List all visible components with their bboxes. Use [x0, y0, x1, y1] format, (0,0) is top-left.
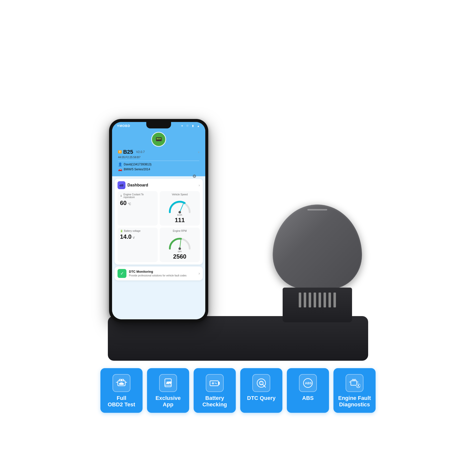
app-icon: APP	[162, 377, 174, 389]
svg-rect-26	[352, 379, 354, 381]
device-icon-circle: 📟	[151, 132, 166, 147]
speed-label: Vehicle Speed	[172, 193, 188, 196]
dtc-query-icon	[256, 377, 267, 389]
rpm-label: Engine RPM	[173, 230, 187, 232]
phone-wrapper: YMOBD ∗ ☉ ▮ ▲ 📟	[109, 119, 208, 322]
rpm-svg	[166, 233, 193, 251]
dtc-description: Provide professional solutions for vehic…	[129, 274, 196, 277]
dtc-card[interactable]: ✓ DTC Monitoring Provide professional so…	[115, 267, 203, 280]
obd-pin	[328, 293, 331, 307]
obd-icon: ▮	[191, 124, 195, 128]
speed-unit-label: km/h	[177, 212, 182, 217]
svg-line-2	[180, 239, 181, 249]
device-version: V2.0.7	[136, 150, 145, 154]
abs-icon: ABS	[302, 377, 314, 389]
svg-text:APP: APP	[166, 382, 172, 384]
dtc-check-icon: ✓	[118, 269, 126, 278]
speed-value-row: 111	[175, 217, 185, 224]
obd2-icon-box: OBD	[113, 374, 130, 392]
user-row[interactable]: 👤 David(13417393813)	[118, 162, 199, 166]
coolant-label: 🌡 Engine Coolant Te mperature	[120, 193, 155, 199]
coolant-value: 60	[120, 200, 127, 206]
device-card: 📟 ⚙ Y B25 V2.0.7 › 44:05:F2:25:58:B7	[112, 129, 205, 176]
obd-pin	[299, 293, 301, 307]
feature-dtc-btn[interactable]: DTC Query	[240, 368, 282, 413]
speed-gauge: Vehicle Speed	[160, 191, 200, 226]
obd-device	[273, 205, 362, 322]
feature-abs-btn[interactable]: ABS ABS	[287, 368, 329, 413]
rpm-value: 2560	[173, 253, 186, 260]
obd-device-body	[273, 205, 362, 289]
dashboard-header: 🏎 Dashboard ›	[118, 181, 200, 189]
coolant-value-row: 60 °C	[120, 200, 155, 207]
speedometer-icon: 🏎	[119, 183, 123, 187]
status-icons: ∗ ☉ ▮ ▲	[180, 124, 200, 128]
coolant-unit: °C	[128, 202, 131, 206]
device-icon: 📟	[155, 136, 162, 143]
user-icon: 👤	[118, 162, 122, 166]
settings-icon[interactable]: ⚙	[192, 174, 196, 179]
app-label: ExclusiveApp	[155, 395, 181, 408]
dashboard-title: Dashboard	[127, 183, 148, 187]
svg-rect-5	[119, 379, 121, 381]
obd-pin	[309, 293, 311, 307]
main-container: YMOBD ∗ ☉ ▮ ▲ 📟	[0, 0, 476, 476]
obd-pin	[324, 293, 326, 307]
car-status-icon: ▲	[196, 124, 200, 128]
speed-unit: km/h	[177, 214, 182, 216]
car-name: BMW/5 Series/2014	[124, 168, 150, 171]
speedometer-svg	[166, 197, 193, 214]
obd2-label: FullOBD2 Test	[108, 395, 135, 408]
feature-app-btn[interactable]: APP ExclusiveApp	[147, 368, 189, 413]
platform-base	[108, 316, 368, 361]
rpm-gauge: Engine RPM rpm	[160, 228, 200, 262]
phone: YMOBD ∗ ☉ ▮ ▲ 📟	[109, 119, 208, 322]
abs-label: ABS	[302, 395, 314, 401]
device-name: B25	[123, 149, 133, 155]
coolant-gauge: 🌡 Engine Coolant Te mperature 60 °C	[118, 191, 158, 226]
svg-rect-15	[218, 382, 219, 385]
dashboard-title-row: 🏎 Dashboard	[118, 181, 148, 189]
device-badge: Y	[118, 150, 122, 153]
dashboard-icon: 🏎	[118, 181, 125, 189]
svg-text:OBD: OBD	[119, 383, 124, 385]
engine-fault-icon	[349, 377, 360, 389]
battery-gauge: 🔋 Battery voltage 14.0 V	[118, 228, 158, 262]
engine-label: Engine FaultDiagnostics	[338, 395, 371, 408]
rpm-value-row: 2560	[173, 253, 186, 260]
svg-rect-27	[354, 379, 356, 381]
dtc-arrow[interactable]: ›	[199, 271, 200, 276]
device-arrow[interactable]: ›	[198, 150, 199, 154]
bluetooth-icon: ∗	[180, 124, 184, 128]
thermometer-icon: 🌡	[120, 194, 122, 197]
device-name-row: Y B25 V2.0.7 ›	[118, 149, 199, 155]
rpm-unit-label: rpm	[178, 249, 182, 253]
speed-value: 111	[175, 217, 185, 223]
features-row: OBD FullOBD2 Test APP ExclusiveApp	[89, 368, 387, 413]
obd-pins	[283, 288, 352, 307]
device-mac: 44:05:F2:25:58:B7	[118, 156, 199, 159]
svg-rect-25	[351, 381, 357, 385]
battery-unit: V	[133, 236, 135, 239]
dtc-text: DTC Monitoring Provide professional solu…	[129, 270, 196, 277]
car-row[interactable]: 🚗 BMW/5 Series/2014	[118, 167, 199, 171]
feature-obd2-btn[interactable]: OBD FullOBD2 Test	[100, 368, 143, 413]
obd-pin	[333, 293, 336, 307]
obd-pin	[304, 293, 306, 307]
screen-body: 🏎 Dashboard › 🌡	[112, 176, 205, 319]
dtc-title: DTC Monitoring	[129, 270, 196, 273]
svg-line-19	[216, 383, 216, 384]
divider	[118, 161, 199, 161]
feature-battery-btn[interactable]: BatteryChecking	[194, 368, 236, 413]
abs-icon-box: ABS	[299, 374, 317, 392]
dtc-icon-box	[252, 374, 270, 392]
dashboard-card: 🏎 Dashboard › 🌡	[115, 179, 203, 265]
battery-label: BatteryChecking	[202, 395, 227, 408]
dashboard-arrow[interactable]: ›	[199, 183, 200, 187]
svg-text:ABS: ABS	[305, 381, 312, 385]
feature-engine-btn[interactable]: Engine FaultDiagnostics	[333, 368, 376, 413]
gauge-grid: 🌡 Engine Coolant Te mperature 60 °C	[118, 191, 200, 262]
battery-icon: 🔋	[120, 230, 123, 232]
battery-check-icon	[209, 377, 220, 389]
location-icon: ☉	[185, 124, 189, 128]
